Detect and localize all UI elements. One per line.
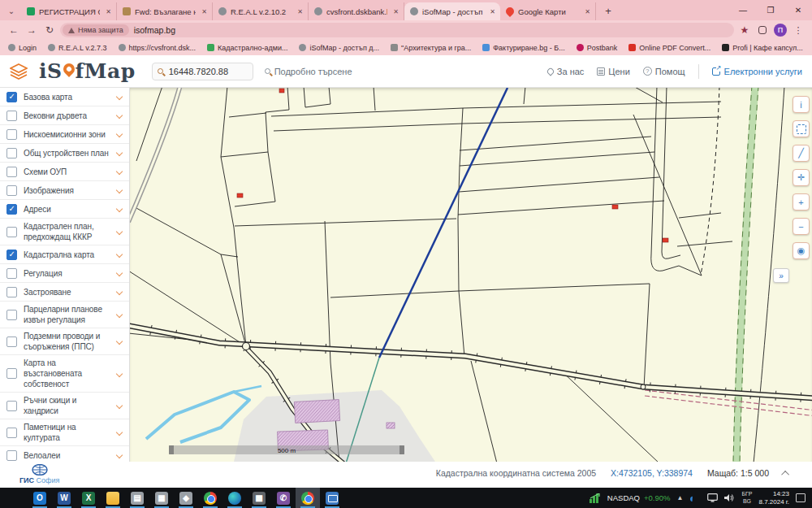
full-extent-tool[interactable]: ✛ — [793, 169, 810, 186]
isofmap-logo[interactable]: iS fMap — [39, 59, 136, 83]
layer-row[interactable]: Общ устройствен план — [0, 144, 129, 163]
bookmark-item[interactable]: Фактуриране.bg - Б... — [482, 44, 564, 52]
calculator-icon[interactable]: ▩ — [247, 488, 271, 508]
security-chip[interactable]: Няма защита — [63, 24, 129, 36]
layer-row[interactable]: Застрояване — [0, 283, 129, 302]
layer-row[interactable]: Кадастрална карта — [0, 245, 129, 264]
layer-checkbox[interactable] — [6, 148, 17, 158]
chevron-down-icon[interactable] — [116, 289, 123, 295]
identify-tool[interactable]: i — [793, 96, 810, 113]
profile-avatar[interactable]: П — [773, 23, 788, 37]
new-tab-button[interactable]: + — [601, 3, 615, 18]
tab-close-icon[interactable]: ✕ — [296, 7, 304, 17]
layer-checkbox[interactable] — [6, 287, 17, 297]
browser-tab[interactable]: cvsfront.dskbank.bg/ValRequ... ✕ — [309, 2, 404, 20]
layer-checkbox[interactable] — [6, 204, 17, 215]
start-button[interactable] — [3, 488, 28, 508]
layer-row[interactable]: Паметници на културата — [0, 419, 129, 446]
layer-row[interactable]: Нискоемисионни зони — [0, 125, 129, 144]
forward-button[interactable]: → — [24, 23, 39, 37]
bookmark-item[interactable]: Online PDF Convert... — [628, 44, 710, 52]
notification-center-icon[interactable] — [796, 493, 806, 502]
layer-checkbox[interactable] — [6, 336, 17, 347]
bookmark-item[interactable]: https://cvsfront.dsk... — [119, 44, 197, 52]
taskbar-clock[interactable]: 14:23 8.7.2024 г. — [758, 490, 789, 506]
chrome-icon[interactable] — [198, 488, 222, 508]
reload-button[interactable]: ↻ — [42, 23, 57, 37]
select-region-tool[interactable] — [793, 120, 810, 137]
bookmark-star-icon[interactable]: ★ — [737, 23, 752, 37]
layer-checkbox[interactable] — [6, 167, 17, 177]
measure-tool[interactable]: ╱ — [793, 145, 810, 162]
extensions-icon[interactable] — [755, 23, 770, 37]
chevron-down-icon[interactable] — [116, 112, 123, 119]
tab-search-chevron-icon[interactable]: ⌄ — [5, 4, 18, 17]
browser-tab[interactable]: R.E.A.L v.2.10.2 ✕ — [213, 2, 309, 20]
geolocate-tool[interactable]: ◉ — [793, 242, 810, 259]
outlook-icon[interactable]: O — [28, 488, 52, 508]
layer-row[interactable]: Схеми ОУП — [0, 163, 129, 181]
layer-checkbox[interactable] — [6, 401, 17, 411]
close-button[interactable]: ✕ — [784, 0, 812, 20]
chevron-down-icon[interactable] — [116, 187, 123, 193]
layer-row[interactable]: Вековни дървета — [0, 106, 129, 125]
browser-tab[interactable]: Fwd: Възлагане на десктоп о... ✕ — [117, 2, 213, 20]
advanced-search-link[interactable]: Подробно търсене — [265, 67, 352, 76]
browser-tab[interactable]: iSofMap - достъп до цифров... ✕ — [404, 2, 500, 20]
chevron-down-icon[interactable] — [116, 131, 123, 137]
explorer-icon[interactable] — [101, 488, 125, 508]
chevron-down-icon[interactable] — [116, 270, 123, 276]
panel-expand-button[interactable]: » — [773, 268, 789, 283]
layer-row[interactable]: Изображения — [0, 181, 129, 200]
remote-app-icon[interactable] — [320, 488, 344, 508]
layer-checkbox[interactable] — [6, 227, 17, 237]
tray-chevron-icon[interactable]: ▲ — [676, 494, 683, 501]
chevron-down-icon[interactable] — [116, 206, 123, 212]
layer-row[interactable]: Адреси — [0, 200, 129, 219]
layer-checkbox[interactable] — [6, 428, 17, 438]
layer-row[interactable]: Ръчни скици и хандриси — [0, 393, 129, 419]
viber-icon[interactable]: ✆ — [271, 488, 296, 508]
chevron-down-icon[interactable] — [116, 228, 123, 235]
photos-app-icon[interactable]: ◈ — [174, 488, 198, 508]
edge-icon[interactable] — [222, 488, 247, 508]
chevron-down-icon[interactable] — [116, 251, 123, 258]
maximize-button[interactable]: ❐ — [757, 0, 784, 20]
layer-checkbox[interactable] — [6, 450, 17, 461]
browser-tab[interactable]: РЕГИСТРАЦИЯ ОЦЕНКИ 2021 ✕ — [21, 2, 117, 20]
tab-close-icon[interactable]: ✕ — [200, 7, 209, 17]
onedrive-cloud-icon[interactable] — [689, 494, 701, 502]
bookmark-item[interactable]: Login — [8, 44, 37, 52]
layer-checkbox[interactable] — [6, 310, 17, 320]
layer-checkbox[interactable] — [6, 129, 17, 140]
chevron-down-icon[interactable] — [116, 338, 123, 345]
archive-app-icon[interactable]: ▦ — [149, 488, 174, 508]
zoom-out-tool[interactable]: − — [793, 218, 810, 235]
stock-widget[interactable]: NASDAQ +0.90% — [607, 493, 671, 502]
chevron-down-icon[interactable] — [116, 150, 123, 156]
layer-row[interactable]: Карта на възстановената собственост — [0, 355, 129, 393]
layer-checkbox[interactable] — [6, 368, 17, 379]
tab-close-icon[interactable]: ✕ — [488, 7, 497, 17]
search-input[interactable] — [167, 66, 248, 77]
chevron-down-icon[interactable] — [116, 452, 123, 458]
layer-checkbox[interactable] — [6, 185, 17, 196]
map-search-box[interactable] — [152, 63, 253, 80]
layer-checkbox[interactable] — [6, 92, 17, 102]
tab-close-icon[interactable]: ✕ — [583, 7, 592, 17]
bookmark-item[interactable]: Profi | Кафе капсул... — [722, 44, 803, 52]
address-bar[interactable]: Няма защита isofmap.bg — [60, 23, 734, 37]
zoom-in-tool[interactable]: + — [793, 193, 810, 211]
layer-checkbox[interactable] — [6, 268, 17, 279]
browser-tab[interactable]: Google Карти ✕ — [500, 2, 596, 20]
map-canvas[interactable]: 500 m i ╱ ✛ — [130, 88, 812, 462]
nav-help[interactable]: ? Помощ — [643, 67, 685, 76]
chevron-down-icon[interactable] — [116, 429, 123, 436]
chevron-up-icon[interactable] — [781, 470, 789, 478]
layer-row[interactable]: Регулация — [0, 264, 129, 283]
network-monitor-icon[interactable] — [707, 493, 718, 502]
bookmark-item[interactable]: Postbank — [577, 44, 618, 52]
nav-about[interactable]: За нас — [547, 67, 585, 76]
tab-close-icon[interactable]: ✕ — [391, 7, 400, 17]
browser-menu-icon[interactable]: ⋮ — [791, 23, 806, 37]
